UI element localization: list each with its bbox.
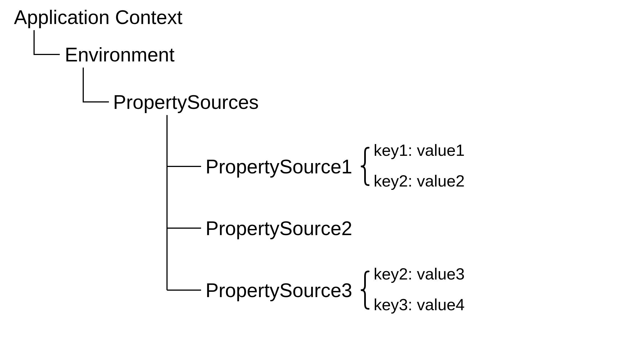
propertysource1-entry-0: key1: value1 bbox=[374, 141, 465, 159]
connector-environment-to-propertysources bbox=[83, 68, 109, 102]
node-propertysource2: PropertySource2 bbox=[206, 218, 352, 239]
node-propertysource1: PropertySource1 bbox=[206, 156, 352, 178]
brace-propertysource3 bbox=[361, 271, 369, 309]
node-propertysource3: PropertySource3 bbox=[206, 280, 352, 301]
propertysource3-entry-0: key2: value3 bbox=[374, 265, 465, 283]
brace-propertysource1 bbox=[361, 148, 369, 185]
node-propertysources: PropertySources bbox=[113, 91, 259, 113]
node-application-context: Application Context bbox=[14, 6, 182, 28]
node-environment: Environment bbox=[65, 44, 175, 66]
propertysource3-entry-1: key3: value4 bbox=[374, 295, 465, 314]
propertysource1-entry-1: key2: value2 bbox=[374, 172, 465, 190]
diagram-canvas: Application Context Environment Property… bbox=[6, 6, 644, 344]
connector-root-to-environment bbox=[34, 30, 60, 54]
